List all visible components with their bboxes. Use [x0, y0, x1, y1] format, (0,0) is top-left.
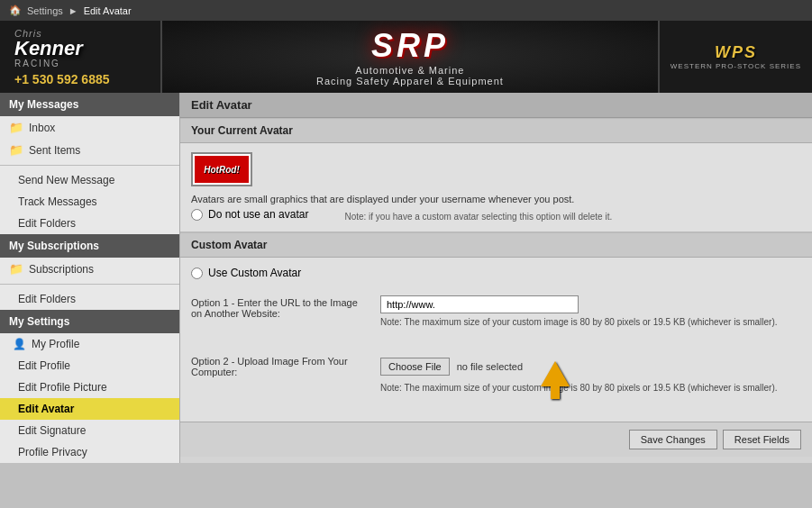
banner-left: Chris Kenner Racing +1 530 592 6885: [0, 21, 162, 93]
sidebar-item-inbox[interactable]: 📁 Inbox: [0, 116, 179, 139]
profile-privacy-label: Profile Privacy: [18, 446, 87, 458]
wps-sub: Western Pro-Stock Series: [671, 62, 801, 70]
folder-icon: 📁: [9, 121, 23, 134]
sidebar-section-my-messages: My Messages: [0, 93, 179, 116]
sidebar-item-inbox-label: Inbox: [29, 122, 55, 134]
sidebar-item-track-messages[interactable]: Track Messages: [0, 191, 179, 213]
current-avatar-section: HotRod! Avatars are small graphics that …: [180, 143, 812, 232]
current-page-label: Edit Avatar: [84, 5, 132, 16]
subscriptions-label: Subscriptions: [29, 263, 94, 276]
custom-avatar-section: Use Custom Avatar Option 1 - Enter the U…: [180, 258, 812, 422]
person-icon: 👤: [13, 338, 26, 350]
brand-name: Kenner: [14, 39, 83, 59]
srp-tagline1: Automotive & Marine: [355, 65, 464, 76]
sidebar-section-my-subscriptions: My Subscriptions: [0, 234, 179, 258]
current-avatar-title: Your Current Avatar: [180, 118, 812, 143]
sidebar-item-profile-privacy[interactable]: Profile Privacy: [0, 441, 179, 463]
reset-fields-button[interactable]: Reset Fields: [723, 430, 801, 449]
home-icon: 🏠: [9, 5, 22, 16]
brand-sub: Racing: [14, 59, 60, 68]
option2-label: Option 2 - Upload Image From Your Comput…: [191, 354, 371, 377]
use-custom-row: Use Custom Avatar: [191, 267, 801, 279]
folder-icon: 📁: [9, 143, 23, 157]
option1-controls: Note: The maximum size of your custom im…: [380, 295, 801, 329]
edit-profile-picture-label: Edit Profile Picture: [18, 381, 107, 394]
srp-tagline2: Racing Safety Apparel & Equipment: [316, 76, 504, 86]
sidebar-item-sent-items[interactable]: 📁 Sent Items: [0, 139, 179, 161]
phone-number: +1 530 592 6885: [14, 72, 110, 86]
sidebar-item-edit-folders-msg[interactable]: Edit Folders: [0, 213, 179, 234]
bottom-buttons: Save Changes Reset Fields: [180, 422, 812, 457]
save-changes-button[interactable]: Save Changes: [629, 430, 717, 449]
no-avatar-row: Do not use an avatar: [191, 208, 308, 221]
sidebar-item-sent-label: Sent Items: [29, 144, 80, 157]
option1-note: Note: The maximum size of your custom im…: [380, 316, 801, 329]
edit-signature-label: Edit Signature: [18, 424, 86, 437]
banner-center: SRP Automotive & Marine Racing Safety Ap…: [162, 21, 658, 93]
srp-logo: SRP: [371, 27, 449, 65]
url-input[interactable]: [380, 295, 579, 313]
no-avatar-label[interactable]: Do not use an avatar: [208, 208, 308, 221]
sidebar-item-edit-folders-sub[interactable]: Edit Folders: [0, 288, 179, 310]
file-upload-row: Choose File no file selected: [380, 354, 801, 379]
no-avatar-radio[interactable]: [191, 209, 203, 221]
banner: Chris Kenner Racing +1 530 592 6885 SRP …: [0, 21, 812, 93]
sidebar-item-subscriptions[interactable]: 📁 Subscriptions: [0, 258, 179, 280]
edit-folders-sub-label: Edit Folders: [18, 293, 76, 305]
avatar-preview: HotRod!: [191, 152, 252, 186]
sidebar-section-my-settings: My Settings: [0, 310, 179, 333]
use-custom-radio[interactable]: [191, 268, 203, 279]
breadcrumb-sep: ►: [68, 5, 78, 16]
wps-logo: WPS: [715, 43, 757, 62]
custom-avatar-title: Custom Avatar: [180, 232, 812, 258]
avatar-image: HotRod!: [195, 156, 249, 183]
option2-row: Option 2 - Upload Image From Your Comput…: [191, 347, 801, 402]
no-file-text: no file selected: [457, 361, 523, 372]
page-title: Edit Avatar: [191, 98, 252, 112]
sidebar-item-send-new[interactable]: Send New Message: [0, 169, 179, 191]
option2-note: Note: The maximum size of your custom im…: [380, 382, 801, 395]
option2-controls: Choose File no file selected Note: The m…: [380, 354, 801, 395]
top-bar: 🏠 Settings ► Edit Avatar: [0, 0, 812, 21]
banner-right: WPS Western Pro-Stock Series: [658, 21, 812, 93]
edit-avatar-label: Edit Avatar: [18, 403, 74, 415]
my-profile-label: My Profile: [32, 338, 79, 350]
option1-label: Option 1 - Enter the URL to the Image on…: [191, 295, 371, 319]
content-area: Edit Avatar Your Current Avatar HotRod! …: [180, 93, 812, 463]
sidebar-item-edit-profile[interactable]: Edit Profile: [0, 355, 179, 376]
sidebar: My Messages 📁 Inbox 📁 Sent Items Send Ne…: [0, 93, 180, 463]
send-new-label: Send New Message: [18, 174, 114, 186]
folder-icon-sub: 📁: [9, 262, 23, 276]
use-custom-label[interactable]: Use Custom Avatar: [208, 267, 301, 279]
edit-folders-msg-label: Edit Folders: [18, 217, 76, 230]
edit-profile-label: Edit Profile: [18, 359, 70, 372]
arrow-icon: [541, 361, 570, 386]
content-header: Edit Avatar: [180, 93, 812, 118]
sidebar-item-my-profile[interactable]: 👤 My Profile: [0, 333, 179, 355]
option1-row: Option 1 - Enter the URL to the Image on…: [191, 288, 801, 336]
choose-file-button[interactable]: Choose File: [380, 358, 450, 376]
track-messages-label: Track Messages: [18, 195, 97, 208]
sidebar-item-edit-profile-picture[interactable]: Edit Profile Picture: [0, 376, 179, 398]
no-avatar-note: Note: if you have a custom avatar select…: [344, 212, 612, 222]
sidebar-item-edit-signature[interactable]: Edit Signature: [0, 420, 179, 441]
main-layout: My Messages 📁 Inbox 📁 Sent Items Send Ne…: [0, 93, 812, 463]
sidebar-item-edit-avatar[interactable]: Edit Avatar: [0, 398, 179, 420]
settings-link[interactable]: Settings: [27, 5, 63, 16]
avatar-description: Avatars are small graphics that are disp…: [191, 194, 801, 204]
